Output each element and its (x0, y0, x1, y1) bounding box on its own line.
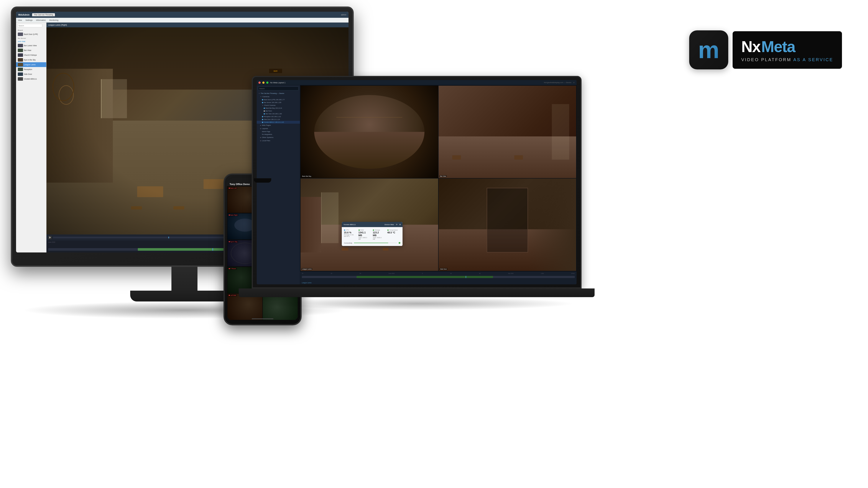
nx-tree-reception[interactable]: Reception 192.168.1.110 (257, 115, 300, 118)
live-dot (229, 295, 230, 296)
webadmin-sidebar: Board Back Door (LPR) No Server AX9 ONE … (16, 23, 46, 253)
monitor-stand-neck (172, 267, 197, 293)
sidebar-label: Eye in the Sky (24, 59, 36, 61)
sidebar-search-input[interactable] (18, 24, 42, 27)
nx-brand-name-line: Nx Meta (741, 38, 833, 56)
nx-tree-webpages[interactable]: ▶ Web Pages (257, 124, 300, 127)
window-light (552, 104, 569, 160)
nx-tree-localfiles[interactable]: ▶ Local Files (257, 139, 300, 142)
nx-timeline-labels: 15 20 25 June 2022 5 10 15 July 2022 LIV… (302, 273, 575, 274)
status-dot (262, 99, 263, 100)
win-close-btn[interactable] (258, 82, 260, 84)
nx-tl-date-7: 15 (479, 273, 480, 274)
nav-item-monitoring[interactable]: Monitoring (49, 19, 58, 21)
table-obj (452, 155, 461, 160)
nav-item-settings[interactable]: Settings (25, 19, 33, 21)
nx-tree-sidedoor[interactable]: Side Door 189.13.1.114 (257, 118, 300, 121)
laptop-shadow (260, 297, 575, 310)
dwp-metrics-grid: CPU 15.6 % Average in thelast 60 s (344, 229, 400, 240)
win-max-btn[interactable] (266, 82, 269, 84)
nav-item-view[interactable]: View (18, 19, 22, 21)
nx-titlebar: Nx Meta Layout 1 NxVgAxthat&display.com … (257, 80, 577, 85)
sidebar-item-sidedoor[interactable]: Side Door (16, 72, 46, 76)
win-min-btn[interactable] (262, 82, 265, 84)
nx-timeline-track[interactable] (302, 276, 575, 278)
webadmin-tab-active[interactable]: The Cat Axe Throwing (32, 13, 55, 16)
tree-item-label: The Cat Axe Throwing — Davion (260, 92, 284, 94)
nx-brand-tagline: VIDEO PLATFORM AS A SERVICE (741, 57, 833, 62)
nx-tree-backdoor[interactable]: Back Door (LPR) 190.168.1.77 (257, 98, 300, 101)
status-dot (262, 122, 263, 123)
phone-cam-label-9: Left Wall (228, 294, 237, 296)
cam-scene-4 (439, 178, 576, 271)
sidebar-item-vivotek[interactable]: Vivotek-6B9111 (16, 76, 46, 82)
nx-timeline-cursor (466, 276, 466, 278)
nx-tree-backbarbay[interactable]: Back Bar Bay 130.13.44 (257, 107, 300, 109)
close-icon[interactable]: ✕ (573, 82, 575, 84)
nx-tree-layouts[interactable]: ▶ Layouts (257, 127, 300, 130)
tagline-part2: AS A SERVICE (793, 57, 833, 62)
phone-cam-label-7: IT Room (228, 268, 237, 269)
sidebar-label: Church Fisheye (24, 54, 37, 56)
nx-tree-adminpage[interactable]: Admin Page (257, 130, 300, 133)
nx-tree-cameras[interactable]: ▼ Cameras (257, 95, 300, 98)
nx-cam-label-bottom: League Lanes (302, 282, 311, 284)
phone-cam-label-1: Back Left (228, 187, 237, 189)
table-obj-2 (514, 155, 523, 160)
nx-tree-church[interactable]: ▼ Church Cameras (257, 104, 300, 107)
tree-label: Back Bar Bay 130.13.44 (266, 107, 282, 109)
dwp-ram-sub: Total: 2089.0MB (359, 237, 372, 240)
sidebar-thumb (18, 63, 23, 66)
timeline-date-left: June 2022 (48, 241, 55, 243)
tree-label: Layouts (262, 128, 268, 129)
nx-tree-integrations[interactable]: Nx Integrations (257, 133, 300, 136)
nx-tree-item-root[interactable]: ▼ The Cat Axe Throwing — Davion (257, 92, 300, 95)
tree-arrow: ▶ (260, 128, 261, 129)
dwp-refresh-icon[interactable]: ⟳ (396, 224, 398, 226)
webadmin-nav: View Settings Information Monitoring (16, 18, 348, 23)
nx-icon-box: m (689, 30, 728, 69)
tree-label: Back Door (LPR) 190.168.1.77 (264, 99, 285, 100)
nx-tree-barview[interactable]: Bar View 193.168.1.190 (257, 112, 300, 115)
play-button[interactable] (48, 236, 52, 239)
nx-body: ▼ The Cat Axe Throwing — Davion ▼ Camera… (257, 85, 577, 284)
sidebar-thumb (18, 58, 23, 62)
sidebar-item-backdoor[interactable]: Back Door (LPR) (16, 32, 46, 37)
tree-label: Bar Server 190.168.1.155 (264, 102, 281, 103)
tree-arrow: ▼ (262, 104, 264, 106)
monitor-stand-base (130, 291, 239, 301)
dwp-metric-label-temp: Temperature (388, 229, 401, 231)
sidebar-item-eyeinthesky[interactable]: Eye in the Sky (16, 58, 46, 62)
nx-cam-label-2: Bar View (439, 175, 447, 177)
table-sm (342, 248, 348, 251)
dwp-metric-label-ram: RAM (359, 229, 372, 231)
phone-notch (254, 178, 271, 183)
nx-tree-barserver[interactable]: Bar Server 190.168.1.155 (257, 101, 300, 104)
nx-cam-cell-3: Vivotek-6B9111 Device Web ⟳ ⚙ (301, 178, 438, 271)
cam-scene-1 (301, 86, 438, 178)
sidebar-label: Side Door (24, 73, 32, 75)
laptop-base (239, 289, 595, 297)
phone-cam-label-3: Back Right (228, 214, 238, 216)
sidebar-item-leaguelanes[interactable]: League Lanes (16, 62, 46, 67)
nx-tree-barfarm[interactable]: Bar Farm (257, 109, 300, 112)
laptop-lid: Nx Meta Layout 1 NxVgAxthat&display.com … (252, 76, 582, 289)
sidebar-item-reception[interactable]: Reception (16, 67, 46, 72)
nx-search-input[interactable] (258, 87, 299, 91)
webadmin-user: admin (341, 14, 346, 16)
dwp-metric-label-storage: Storage (373, 229, 386, 231)
sidebar-section-ax9: AX9 ONE (16, 40, 46, 43)
scrubber-position (168, 237, 169, 238)
nx-timeline: 15 20 25 June 2022 5 10 15 July 2022 LIV… (300, 271, 577, 284)
sidebar-item-barview[interactable]: Bar View (16, 48, 46, 53)
tree-arrow: ▼ (258, 93, 260, 94)
sidebar-item-barlanesview[interactable]: Bar Lanes View (16, 43, 46, 48)
tree-label: Reception 192.168.1.110 (264, 116, 281, 117)
temp-dot (388, 229, 389, 231)
nx-tree-vivotek[interactable]: Vivotek-6B9111 189.13.1.115 (257, 121, 300, 124)
nav-item-information[interactable]: Information (36, 19, 46, 21)
dwp-settings-icon[interactable]: ⚙ (399, 224, 401, 226)
sidebar-item-churchfisheye[interactable]: Church Fisheye (16, 53, 46, 58)
nx-tree-othersystems[interactable]: ▶ Other Systems (257, 136, 300, 139)
live-dot (229, 268, 230, 269)
